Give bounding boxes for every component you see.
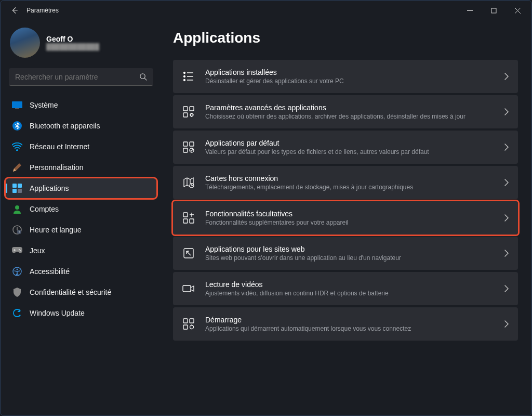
privacy-icon bbox=[12, 287, 22, 297]
back-button[interactable] bbox=[10, 6, 19, 15]
sidebar-item-label: Heure et langue bbox=[30, 226, 82, 234]
titlebar: Paramètres bbox=[1, 1, 531, 20]
page-title: Applications bbox=[173, 30, 518, 46]
minimize-icon bbox=[467, 8, 473, 14]
svg-point-18 bbox=[184, 80, 185, 81]
svg-rect-30 bbox=[190, 219, 194, 223]
close-button[interactable] bbox=[506, 1, 529, 20]
gaming-icon bbox=[12, 245, 22, 256]
main-panel: Applications Applications installéesDési… bbox=[162, 20, 531, 415]
svg-rect-21 bbox=[183, 113, 188, 117]
sidebar-item-gaming[interactable]: Jeux bbox=[6, 241, 156, 261]
sidebar-item-label: Windows Update bbox=[30, 309, 85, 317]
apps-icon bbox=[12, 183, 22, 193]
card-subtitle: Fonctionnalités supplémentaires pour vot… bbox=[205, 219, 494, 226]
svg-rect-5 bbox=[12, 184, 17, 188]
svg-point-1 bbox=[140, 74, 145, 79]
card-title: Cartes hors connexion bbox=[205, 174, 494, 183]
card-body: Applications par défautValeurs par défau… bbox=[205, 139, 494, 155]
card-subtitle: Applications qui démarrent automatiqueme… bbox=[205, 325, 494, 332]
svg-point-12 bbox=[19, 249, 20, 250]
card-video[interactable]: Lecture de vidéosAjustements vidéo, diff… bbox=[173, 272, 518, 305]
svg-rect-7 bbox=[12, 189, 17, 193]
maps-icon bbox=[182, 176, 195, 189]
profile-name: Geoff O bbox=[46, 35, 99, 43]
card-advanced[interactable]: Paramètres avancés des applicationsChois… bbox=[173, 95, 518, 128]
chevron-right-icon bbox=[504, 250, 509, 257]
svg-point-9 bbox=[15, 205, 19, 210]
system-icon bbox=[12, 100, 22, 110]
profile-block[interactable]: Geoff O ████████████ bbox=[6, 24, 156, 66]
card-subtitle: Téléchargements, emplacement de stockage… bbox=[205, 184, 494, 191]
card-websites[interactable]: Applications pour les sites webSites web… bbox=[173, 237, 518, 270]
card-optional[interactable]: Fonctionnalités facultativesFonctionnali… bbox=[173, 201, 518, 235]
svg-point-16 bbox=[184, 72, 185, 74]
card-installed[interactable]: Applications installéesDésinstaller et g… bbox=[173, 60, 518, 93]
sidebar-nav: SystèmeBluetooth et appareilsRéseau et I… bbox=[6, 95, 156, 323]
sidebar-item-label: Personnalisation bbox=[30, 163, 84, 172]
card-title: Lecture de vidéos bbox=[205, 280, 494, 289]
chevron-right-icon bbox=[504, 179, 509, 186]
sidebar-item-apps[interactable]: Applications bbox=[6, 178, 156, 198]
search-input[interactable] bbox=[15, 73, 139, 81]
svg-rect-23 bbox=[183, 142, 188, 146]
svg-point-15 bbox=[17, 269, 18, 270]
default-icon bbox=[182, 141, 195, 153]
card-maps[interactable]: Cartes hors connexionTéléchargements, em… bbox=[173, 166, 518, 199]
sidebar-item-time[interactable]: Heure et langue bbox=[6, 220, 156, 240]
personalize-icon bbox=[12, 162, 22, 173]
startup-icon bbox=[182, 318, 195, 330]
svg-rect-19 bbox=[183, 107, 188, 111]
svg-rect-32 bbox=[183, 285, 191, 292]
minimize-button[interactable] bbox=[458, 1, 482, 20]
profile-email: ████████████ bbox=[46, 43, 99, 50]
video-icon bbox=[182, 282, 195, 295]
svg-rect-28 bbox=[183, 213, 188, 217]
sidebar-item-network[interactable]: Réseau et Internet bbox=[6, 137, 156, 157]
accounts-icon bbox=[12, 204, 22, 214]
sidebar-item-privacy[interactable]: Confidentialité et sécurité bbox=[6, 282, 156, 302]
chevron-right-icon bbox=[504, 214, 509, 222]
svg-rect-33 bbox=[183, 319, 188, 323]
card-title: Applications pour les sites web bbox=[205, 245, 494, 253]
sidebar-item-bluetooth[interactable]: Bluetooth et appareils bbox=[6, 116, 156, 136]
sidebar-item-label: Réseau et Internet bbox=[30, 142, 89, 151]
sidebar-item-label: Bluetooth et appareils bbox=[30, 122, 100, 130]
search-field[interactable] bbox=[9, 68, 153, 86]
svg-rect-0 bbox=[491, 8, 496, 13]
maximize-button[interactable] bbox=[482, 1, 506, 20]
card-default[interactable]: Applications par défautValeurs par défau… bbox=[173, 131, 518, 164]
bluetooth-icon bbox=[12, 121, 22, 131]
update-icon bbox=[12, 308, 22, 318]
svg-rect-29 bbox=[183, 219, 188, 223]
sidebar-item-label: Confidentialité et sécurité bbox=[30, 288, 111, 296]
chevron-right-icon bbox=[504, 285, 509, 292]
card-body: DémarrageApplications qui démarrent auto… bbox=[205, 316, 494, 332]
card-title: Paramètres avancés des applications bbox=[205, 103, 494, 112]
window-title: Paramètres bbox=[26, 7, 59, 14]
sidebar-item-accessibility[interactable]: Accessibilité bbox=[6, 262, 156, 281]
sidebar-item-accounts[interactable]: Comptes bbox=[6, 199, 156, 219]
card-startup[interactable]: DémarrageApplications qui démarrent auto… bbox=[173, 307, 518, 341]
sidebar-item-label: Accessibilité bbox=[30, 267, 70, 276]
advanced-icon bbox=[182, 106, 195, 118]
sidebar-item-personalize[interactable]: Personnalisation bbox=[6, 158, 156, 177]
card-subtitle: Choisissez où obtenir des applications, … bbox=[205, 113, 494, 120]
svg-rect-34 bbox=[190, 319, 194, 323]
svg-point-22 bbox=[191, 114, 193, 116]
optional-icon bbox=[182, 212, 195, 224]
sidebar-item-label: Système bbox=[30, 101, 58, 109]
websites-icon bbox=[182, 247, 195, 259]
svg-point-17 bbox=[184, 76, 185, 77]
sidebar-item-system[interactable]: Système bbox=[6, 95, 156, 115]
svg-rect-3 bbox=[15, 108, 19, 109]
avatar bbox=[10, 28, 40, 58]
maximize-icon bbox=[491, 8, 497, 14]
sidebar-item-label: Comptes bbox=[30, 205, 59, 213]
settings-cards: Applications installéesDésinstaller et g… bbox=[173, 60, 518, 341]
svg-rect-6 bbox=[18, 184, 22, 188]
chevron-right-icon bbox=[504, 73, 509, 80]
time-icon bbox=[12, 225, 22, 235]
sidebar-item-update[interactable]: Windows Update bbox=[6, 303, 156, 323]
card-title: Applications par défaut bbox=[205, 139, 494, 147]
